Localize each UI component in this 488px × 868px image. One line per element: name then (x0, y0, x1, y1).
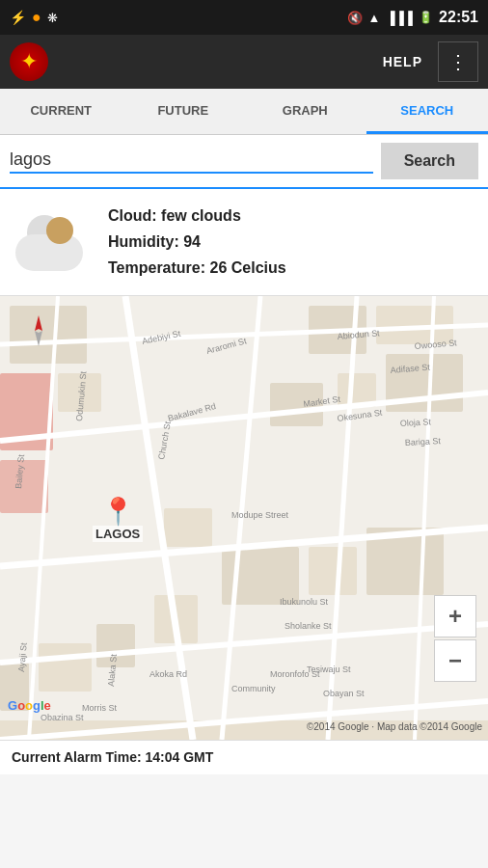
alarm-time-text: Current Alarm Time: 14:04 GMT (12, 749, 213, 765)
svg-text:Tesiwaju St: Tesiwaju St (307, 665, 351, 674)
compass-icon (21, 313, 56, 348)
wifi-icon: ▲ (368, 11, 381, 25)
tab-graph[interactable]: GRAPH (244, 89, 366, 134)
status-icons-left: ⚡ ● ❋ (10, 9, 58, 26)
status-bar: ⚡ ● ❋ 🔇 ▲ ▐▐▐ 🔋 22:51 (0, 0, 488, 35)
zoom-out-button[interactable]: − (434, 639, 476, 682)
bottom-bar: Current Alarm Time: 14:04 GMT (0, 740, 488, 774)
pin-icon: 📍 (101, 499, 135, 526)
status-icons-right: 🔇 ▲ ▐▐▐ 🔋 22:51 (347, 9, 478, 26)
tab-current-label: CURRENT (30, 103, 92, 118)
svg-rect-16 (39, 643, 92, 692)
map-svg: Adebiyi St Araromi St Abiodun St Adifase… (0, 296, 488, 740)
battery-icon: 🔋 (419, 11, 433, 24)
map-copyright: ©2014 Google · Map data ©2014 Google (307, 721, 482, 732)
svg-text:Bariga St: Bariga St (405, 436, 442, 448)
svg-text:Oloja St: Oloja St (400, 417, 432, 428)
search-bar: Search (0, 135, 488, 189)
top-bar: ✦ HELP ⋮ (0, 35, 488, 89)
svg-marker-55 (35, 331, 42, 346)
google-g1: G (8, 698, 17, 713)
google-o1: o (17, 698, 25, 713)
symbol-icon: ❋ (47, 11, 58, 25)
tab-graph-label: GRAPH (283, 103, 328, 118)
svg-text:Ibukunolu St: Ibukunolu St (280, 597, 329, 607)
tab-bar: CURRENT FUTURE GRAPH SEARCH (0, 89, 488, 135)
svg-text:Sholanke St: Sholanke St (285, 621, 332, 631)
map-container[interactable]: Adebiyi St Araromi St Abiodun St Adifase… (0, 296, 488, 740)
weather-temperature-text: Temperature: 26 Celcius (108, 255, 286, 281)
pin-label: LAGOS (93, 526, 143, 542)
signal-icon: ▐▐▐ (386, 11, 413, 25)
weather-info: Cloud: few clouds Humidity: 94 Temperatu… (0, 189, 488, 296)
google-e: e (44, 698, 51, 713)
google-logo: Google (8, 698, 51, 713)
search-button[interactable]: Search (381, 143, 478, 179)
circle-icon: ● (32, 9, 41, 26)
search-input[interactable] (10, 149, 373, 174)
weather-humidity-text: Humidity: 94 (108, 229, 286, 255)
svg-text:Community: Community (231, 684, 276, 693)
svg-marker-54 (35, 315, 42, 331)
logo-sun-icon: ✦ (20, 49, 38, 74)
svg-text:Akoka Rd: Akoka Rd (149, 669, 187, 679)
weather-cloud-text: Cloud: few clouds (108, 203, 286, 229)
tab-current[interactable]: CURRENT (0, 89, 122, 134)
help-button[interactable]: HELP (371, 48, 434, 75)
google-o2: o (25, 698, 33, 713)
svg-text:Obayan St: Obayan St (323, 689, 365, 698)
map-pin: 📍 LAGOS (93, 499, 143, 542)
menu-button[interactable]: ⋮ (438, 41, 478, 82)
tab-future-label: FUTURE (157, 103, 208, 118)
weather-details: Cloud: few clouds Humidity: 94 Temperatu… (108, 203, 286, 282)
zoom-in-button[interactable]: + (434, 595, 476, 637)
svg-rect-12 (309, 547, 357, 595)
usb-icon: ⚡ (10, 10, 26, 25)
map-controls: + − (434, 595, 476, 682)
app-logo: ✦ (10, 42, 48, 81)
tab-future[interactable]: FUTURE (122, 89, 245, 134)
cloud-icon (15, 213, 93, 271)
tab-search[interactable]: SEARCH (366, 89, 489, 134)
svg-text:Modupe Street: Modupe Street (231, 510, 289, 520)
tab-search-label: SEARCH (400, 103, 453, 118)
svg-rect-10 (164, 508, 212, 547)
google-g2: g (33, 698, 41, 713)
svg-text:Obazina St: Obazina St (41, 713, 84, 722)
svg-text:Morris St: Morris St (82, 703, 117, 713)
status-time: 22:51 (439, 9, 478, 26)
mute-icon: 🔇 (347, 11, 363, 25)
